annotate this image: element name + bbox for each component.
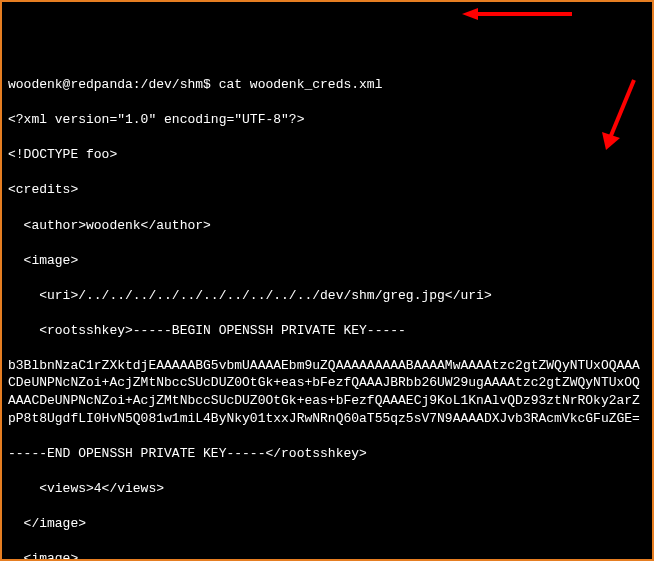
svg-marker-1	[462, 8, 478, 20]
rootsshkey-open: <rootsshkey>-----BEGIN OPENSSH PRIVATE K…	[8, 322, 646, 340]
xml-declaration: <?xml version="1.0" encoding="UTF-8"?>	[8, 111, 646, 129]
credits-open: <credits>	[8, 181, 646, 199]
rootsshkey-close: -----END OPENSSH PRIVATE KEY-----</roots…	[8, 445, 646, 463]
image1-views: <views>4</views>	[8, 480, 646, 498]
image1-open: <image>	[8, 252, 646, 270]
image2-open: <image>	[8, 550, 646, 561]
ssh-key-body: b3BlbnNzaC1rZXktdjEAAAAABG5vbmUAAAAEbm9u…	[8, 357, 646, 427]
doctype-line: <!DOCTYPE foo>	[8, 146, 646, 164]
author-line: <author>woodenk</author>	[8, 217, 646, 235]
image1-close: </image>	[8, 515, 646, 533]
prompt-line-1: woodenk@redpanda:/dev/shm$ cat woodenk_c…	[8, 76, 646, 94]
image1-uri: <uri>/../../../../../../../../../../dev/…	[8, 287, 646, 305]
arrow-annotation-icon	[462, 6, 572, 26]
